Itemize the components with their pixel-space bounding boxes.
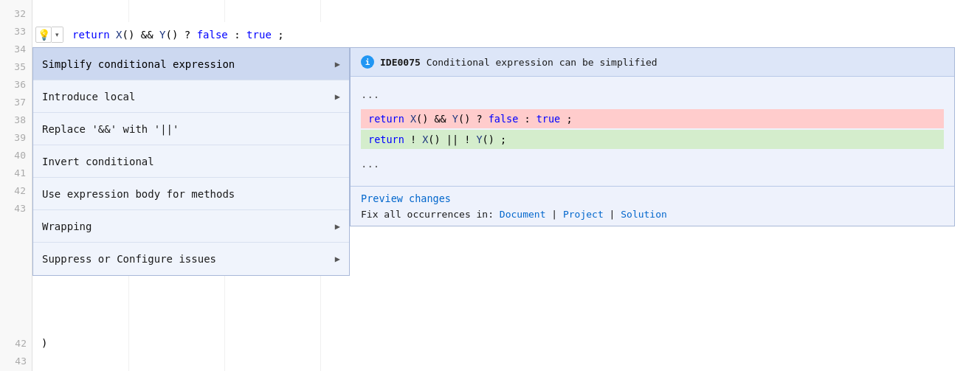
line-num-35: 35	[0, 58, 32, 75]
removed-parens-y: ()	[458, 113, 470, 125]
preview-header: i IDE0075 Conditional expression can be …	[351, 48, 954, 77]
added-or: || !	[446, 134, 471, 145]
line-num-38: 38	[0, 111, 32, 128]
added-space: !	[410, 134, 416, 145]
added-y: Y	[476, 134, 482, 145]
menu-item-suppress[interactable]: Suppress or Configure issues ▶	[33, 243, 349, 275]
bulb-icon: 💡	[38, 29, 50, 41]
line-num-37: 37	[0, 93, 32, 111]
line-num-32: 32	[0, 4, 32, 22]
line-num-36: 36	[0, 75, 32, 93]
line-num-40: 40	[0, 146, 32, 164]
code-parens-y: ()	[165, 29, 178, 41]
code-ternary: ?	[184, 29, 197, 41]
fix-sep-2: |	[610, 209, 621, 220]
line-42-paren: )	[41, 337, 47, 349]
added-parens-y: ()	[483, 134, 494, 145]
removed-y: Y	[452, 113, 458, 125]
menu-item-invert-conditional[interactable]: Invert conditional	[33, 145, 349, 178]
bulb-dropdown-button[interactable]: ▾	[52, 27, 63, 43]
menu-item-wrapping-label: Wrapping	[42, 221, 92, 232]
removed-keyword: return	[368, 113, 404, 125]
submenu-arrow-introduce: ▶	[335, 91, 340, 102]
keyword-return: return	[72, 29, 110, 41]
menu-item-simplify-label: Simplify conditional expression	[42, 58, 235, 70]
preview-changes-link[interactable]: Preview changes	[361, 193, 944, 204]
menu-item-expression-body[interactable]: Use expression body for methods	[33, 178, 349, 210]
bottom-lines: 42 ) 43	[0, 327, 980, 371]
ellipsis-bottom: ...	[361, 153, 944, 174]
context-menu: Simplify conditional expression ▶ Introd…	[32, 47, 350, 276]
menu-item-introduce-local-label: Introduce local	[42, 91, 135, 103]
code-true: true	[246, 29, 272, 41]
diff-added-line: return ! X() || ! Y() ;	[361, 130, 944, 149]
line-numbers-column: 32 33 34 35 36 37 38 39 40 41 42 43	[0, 0, 32, 371]
dropdown-arrow-icon: ▾	[55, 31, 59, 38]
menu-item-invert-label: Invert conditional	[42, 156, 154, 167]
submenu-arrow-wrapping: ▶	[335, 221, 340, 232]
code-line-33-content: return X() && Y() ? false : true ;	[72, 29, 284, 41]
ellipsis-top: ...	[361, 84, 944, 105]
removed-ternary: ?	[476, 113, 488, 125]
code-semicolon: ;	[277, 29, 283, 41]
lightbulb-button[interactable]: 💡	[35, 27, 52, 43]
removed-and: &&	[434, 113, 452, 125]
removed-parens-x: ()	[416, 113, 428, 125]
line-num-41: 41	[0, 164, 32, 181]
code-false: false	[197, 29, 228, 41]
code-colon: :	[234, 29, 246, 41]
code-operator-and: &&	[141, 29, 159, 41]
fix-solution-link[interactable]: Solution	[621, 209, 667, 220]
fix-all-line: Fix all occurrences in: Document | Proje…	[361, 209, 944, 220]
line-num-43-bottom: 43	[0, 356, 32, 367]
fix-sep-1: |	[551, 209, 563, 220]
line-num-43: 43	[0, 199, 32, 217]
menu-item-introduce-local[interactable]: Introduce local ▶	[33, 80, 349, 113]
diagnostic-msg: Conditional expression can be simplified	[427, 57, 658, 68]
menu-item-suppress-label: Suppress or Configure issues	[42, 253, 216, 265]
removed-x: X	[410, 113, 416, 125]
preview-title: IDE0075 Conditional expression can be si…	[380, 57, 658, 68]
menu-item-simplify[interactable]: Simplify conditional expression ▶	[33, 48, 349, 80]
removed-true: true	[536, 113, 561, 125]
line-row-43: 43	[0, 352, 41, 370]
info-icon-label: i	[365, 58, 370, 67]
submenu-arrow-suppress: ▶	[335, 254, 340, 264]
added-semi: ;	[500, 134, 506, 145]
bulb-area: 💡 ▾	[35, 27, 63, 43]
line-42-code: )	[32, 337, 47, 349]
menu-item-replace-and-label: Replace '&&' with '||'	[42, 123, 179, 135]
removed-false: false	[489, 113, 519, 125]
line-num-42-bottom: 42	[0, 338, 32, 349]
menu-item-replace-and[interactable]: Replace '&&' with '||'	[33, 113, 349, 145]
fix-all-prefix: Fix all occurrences in:	[361, 209, 494, 220]
preview-panel: i IDE0075 Conditional expression can be …	[350, 47, 955, 226]
menu-item-expression-body-label: Use expression body for methods	[42, 188, 235, 200]
added-parens-x: ()	[428, 134, 440, 145]
diff-removed-line: return X() && Y() ? false : true ;	[361, 109, 944, 128]
preview-footer: Preview changes Fix all occurrences in: …	[351, 186, 954, 226]
menu-item-wrapping[interactable]: Wrapping ▶	[33, 210, 349, 243]
preview-body: ... return X() && Y() ? false : true ; r…	[351, 77, 954, 181]
line-row-42: 42 )	[0, 334, 47, 352]
line-num-33: 33	[0, 22, 32, 40]
submenu-arrow-simplify: ▶	[335, 59, 340, 69]
fix-document-link[interactable]: Document	[500, 209, 546, 220]
fix-project-link[interactable]: Project	[563, 209, 604, 220]
line-num-34: 34	[0, 40, 32, 58]
code-diff: return X() && Y() ? false : true ; retur…	[361, 109, 944, 149]
removed-colon: :	[524, 113, 536, 125]
line-num-39: 39	[0, 128, 32, 146]
code-parens: ()	[122, 29, 134, 41]
line-num-42: 42	[0, 181, 32, 199]
removed-semi: ;	[566, 113, 572, 125]
info-icon: i	[361, 55, 374, 69]
code-line-33: 💡 ▾ return X() && Y() ? false : true ;	[32, 22, 980, 47]
diagnostic-id: IDE0075	[380, 57, 421, 68]
added-keyword: return	[368, 134, 404, 145]
